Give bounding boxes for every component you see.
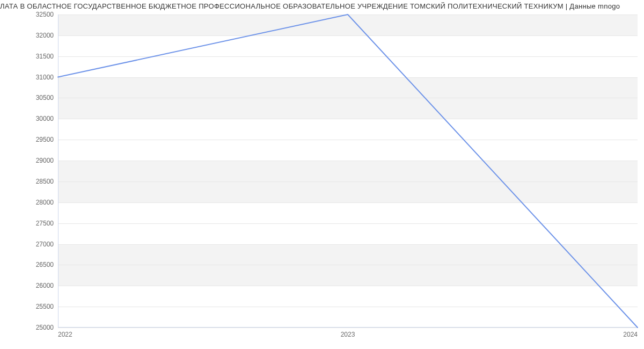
y-tick-label: 27500 [36, 220, 54, 227]
y-tick-label: 29000 [36, 157, 54, 164]
y-tick-label: 32000 [36, 32, 54, 39]
y-tick-label: 30000 [36, 115, 54, 122]
y-tick-label: 32500 [36, 11, 54, 18]
y-tick-label: 28000 [36, 199, 54, 206]
y-tick-label: 26500 [36, 261, 54, 268]
data-line [58, 14, 638, 328]
y-tick-label: 28500 [36, 178, 54, 185]
y-tick-label: 25000 [36, 324, 54, 331]
y-tick-label: 26000 [36, 282, 54, 289]
chart-plot-area: 2500025500260002650027000275002800028500… [58, 14, 638, 328]
y-tick-label: 30500 [36, 94, 54, 101]
y-tick-label: 27000 [36, 241, 54, 248]
y-tick-label: 31000 [36, 74, 54, 81]
chart-title: ЛАТА В ОБЛАСТНОЕ ГОСУДАРСТВЕННОЕ БЮДЖЕТН… [0, 0, 644, 10]
x-tick-label: 2023 [341, 331, 355, 338]
y-tick-label: 29500 [36, 136, 54, 143]
y-tick-label: 31500 [36, 53, 54, 60]
y-tick-label: 25500 [36, 303, 54, 310]
x-tick-label: 2022 [58, 331, 72, 338]
x-tick-label: 2024 [623, 331, 638, 338]
